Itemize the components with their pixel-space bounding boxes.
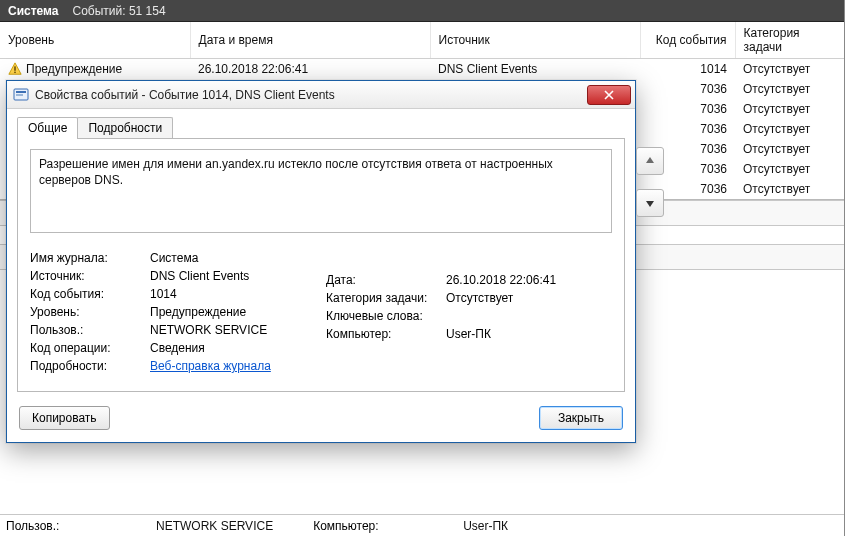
table-row[interactable]: Предупреждение26.10.2018 22:06:41DNS Cli… xyxy=(0,59,845,80)
level-label: Уровень: xyxy=(30,305,150,319)
warning-icon xyxy=(8,62,22,76)
cell-task: Отсутствует xyxy=(735,59,845,80)
peek-user-label: Пользов.: xyxy=(6,519,116,533)
col-task[interactable]: Категория задачи xyxy=(735,22,845,59)
app-icon xyxy=(13,87,29,103)
more-label: Подробности: xyxy=(30,359,150,373)
cell-task: Отсутствует xyxy=(735,79,845,99)
svg-rect-21 xyxy=(16,91,26,93)
col-datetime[interactable]: Дата и время xyxy=(190,22,430,59)
user-label: Пользов.: xyxy=(30,323,150,337)
web-help-link[interactable]: Веб-справка журнала xyxy=(150,359,271,373)
arrow-down-icon xyxy=(644,197,656,209)
cell-task: Отсутствует xyxy=(735,179,845,199)
copy-button[interactable]: Копировать xyxy=(19,406,110,430)
table-header-row: Уровень Дата и время Источник Код событи… xyxy=(0,22,845,59)
events-count: Событий: 51 154 xyxy=(73,0,166,21)
source-label: Источник: xyxy=(30,269,150,283)
peek-computer-value: User-ПК xyxy=(463,519,508,533)
keywords-label: Ключевые слова: xyxy=(326,309,446,323)
task-value: Отсутствует xyxy=(446,291,612,305)
fields-left: Имя журнала:Система Источник:DNS Client … xyxy=(30,247,316,377)
log-label: Имя журнала: xyxy=(30,251,150,265)
svg-rect-0 xyxy=(14,66,15,70)
tab-underline xyxy=(17,138,625,139)
peek-user-value: NETWORK SERVICE xyxy=(156,519,273,533)
log-title: Система xyxy=(8,0,59,21)
dialog-footer: Копировать Закрыть xyxy=(17,406,625,430)
cell-level: Предупреждение xyxy=(26,62,122,76)
close-icon xyxy=(604,90,614,100)
date-label: Дата: xyxy=(326,273,446,287)
cell-code: 1014 xyxy=(640,59,735,80)
tab-panel-general: Разрешение имен для имени an.yandex.ru и… xyxy=(17,139,625,392)
detail-peek-row: Пользов.: NETWORK SERVICE Компьютер: Use… xyxy=(0,514,844,536)
keywords-value xyxy=(446,309,612,323)
task-label: Категория задачи: xyxy=(326,291,446,305)
op-value: Сведения xyxy=(150,341,316,355)
close-button[interactable] xyxy=(587,85,631,105)
fields-right: Дата:26.10.2018 22:06:41 Категория задач… xyxy=(326,247,612,377)
peek-computer-label: Компьютер: xyxy=(313,519,423,533)
log-header: Система Событий: 51 154 xyxy=(0,0,844,22)
col-source[interactable]: Источник xyxy=(430,22,640,59)
cell-code: 7036 xyxy=(640,79,735,99)
arrow-up-icon xyxy=(644,155,656,167)
dialog-title: Свойства событий - Событие 1014, DNS Cli… xyxy=(35,88,587,102)
op-label: Код операции: xyxy=(30,341,150,355)
prev-event-button[interactable] xyxy=(636,147,664,175)
cell-datetime: 26.10.2018 22:06:41 xyxy=(190,59,430,80)
col-code[interactable]: Код события xyxy=(640,22,735,59)
event-description[interactable]: Разрешение имен для имени an.yandex.ru и… xyxy=(30,149,612,233)
code-label: Код события: xyxy=(30,287,150,301)
cell-code: 7036 xyxy=(640,119,735,139)
cell-source: DNS Client Events xyxy=(430,59,640,80)
computer-label: Компьютер: xyxy=(326,327,446,341)
next-event-button[interactable] xyxy=(636,189,664,217)
source-value: DNS Client Events xyxy=(150,269,316,283)
cell-task: Отсутствует xyxy=(735,139,845,159)
svg-rect-22 xyxy=(16,94,23,96)
dialog-titlebar[interactable]: Свойства событий - Событие 1014, DNS Cli… xyxy=(7,81,635,109)
svg-rect-1 xyxy=(14,72,15,73)
tab-general[interactable]: Общие xyxy=(17,117,78,139)
close-dialog-button[interactable]: Закрыть xyxy=(539,406,623,430)
tabs: Общие Подробности xyxy=(17,115,625,139)
event-properties-dialog: Свойства событий - Событие 1014, DNS Cli… xyxy=(6,80,636,443)
code-value: 1014 xyxy=(150,287,316,301)
cell-task: Отсутствует xyxy=(735,159,845,179)
level-value: Предупреждение xyxy=(150,305,316,319)
cell-code: 7036 xyxy=(640,99,735,119)
col-level[interactable]: Уровень xyxy=(0,22,190,59)
computer-value: User-ПК xyxy=(446,327,612,341)
cell-task: Отсутствует xyxy=(735,119,845,139)
cell-task: Отсутствует xyxy=(735,99,845,119)
tab-details[interactable]: Подробности xyxy=(77,117,173,139)
date-value: 26.10.2018 22:06:41 xyxy=(446,273,612,287)
log-value: Система xyxy=(150,251,316,265)
user-value: NETWORK SERVICE xyxy=(150,323,316,337)
